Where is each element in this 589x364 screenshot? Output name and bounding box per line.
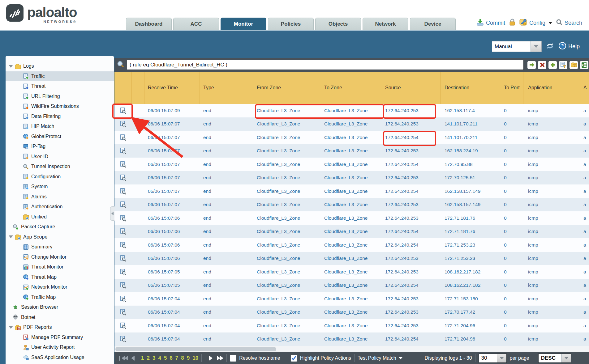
column-header-destination[interactable]: Destination xyxy=(441,72,499,104)
log-detail-icon[interactable] xyxy=(114,238,132,252)
cell-app[interactable]: icmp xyxy=(523,265,581,279)
column-header-to-port[interactable]: To Port xyxy=(499,72,523,104)
cell-source[interactable]: 172.64.240.253 xyxy=(380,117,441,131)
sidebar-item-wildfire-submissions[interactable]: WildFire Submissions xyxy=(6,101,114,112)
cell-dest[interactable]: 162.158.157.149 xyxy=(441,184,499,198)
cell-app[interactable]: icmp xyxy=(523,158,581,171)
cell-to[interactable]: Cloudflare_L3_Zone xyxy=(319,319,380,332)
sidebar-item-user-activity-report[interactable]: User Activity Report xyxy=(6,342,114,353)
page-link-2[interactable]: 2 xyxy=(147,355,149,361)
cell-source[interactable]: 172.64.240.253 xyxy=(380,292,441,306)
cell-to[interactable]: Cloudflare_L3_Zone xyxy=(319,225,380,239)
column-header-application[interactable]: Application xyxy=(523,72,581,104)
cell-dest[interactable]: 172.71.153.150 xyxy=(441,292,499,306)
cell-from[interactable]: Cloudflare_L3_Zone xyxy=(250,198,319,212)
apply-filter-icon[interactable] xyxy=(527,61,536,69)
log-detail-icon[interactable] xyxy=(114,131,132,144)
cell-type[interactable]: end xyxy=(200,252,250,265)
cell-type[interactable]: end xyxy=(200,117,250,131)
cell-type[interactable]: end xyxy=(200,292,250,306)
cell-time[interactable]: 06/06 15:07:06 xyxy=(144,238,200,252)
cell-to[interactable]: Cloudflare_L3_Zone xyxy=(319,292,380,306)
cell-type[interactable]: end xyxy=(200,144,250,158)
cell-action[interactable]: a xyxy=(581,211,589,225)
cell-dest[interactable]: 172.71.181.76 xyxy=(441,211,499,225)
cell-to[interactable]: Cloudflare_L3_Zone xyxy=(319,158,380,171)
cell-time[interactable]: 06/06 15:07:06 xyxy=(144,225,200,239)
cell-time[interactable]: 06/06 15:07:04 xyxy=(144,319,200,332)
page-link-6[interactable]: 6 xyxy=(170,355,172,361)
cell-dest[interactable]: 141.101.70.211 xyxy=(441,117,499,131)
page-link-9[interactable]: 9 xyxy=(187,355,190,361)
column-header-from-zone[interactable]: From Zone xyxy=(250,72,319,104)
page-link-4[interactable]: 4 xyxy=(158,355,161,361)
cell-dest[interactable]: 172.70.125.51 xyxy=(441,171,499,185)
page-link-5[interactable]: 5 xyxy=(164,355,167,361)
cell-dest[interactable]: 172.71.253.23 xyxy=(441,252,499,265)
cell-source[interactable]: 172.64.240.253 xyxy=(380,319,441,332)
cell-port[interactable]: 0 xyxy=(499,144,523,158)
column-header-spacer[interactable] xyxy=(132,72,144,104)
filter-input[interactable] xyxy=(127,60,524,70)
cell-app[interactable]: icmp xyxy=(523,117,581,131)
cell-action[interactable]: a xyxy=(581,104,589,117)
cell-from[interactable]: Cloudflare_L3_Zone xyxy=(250,238,319,252)
cell-source[interactable]: 172.64.240.254 xyxy=(380,279,441,292)
expander-triangle-icon[interactable] xyxy=(9,326,13,329)
cell-action[interactable]: a xyxy=(581,292,589,306)
page-link-1[interactable]: 1 xyxy=(141,355,144,361)
highlight-policy-checkbox-box[interactable] xyxy=(291,355,297,362)
cell-dest[interactable]: 162.158.117.4 xyxy=(441,104,499,117)
cell-time[interactable]: 06/06 15:07:04 xyxy=(144,292,200,306)
cell-time[interactable]: 06/06 15:07:05 xyxy=(144,279,200,292)
log-detail-icon[interactable] xyxy=(114,225,132,239)
cell-port[interactable]: 0 xyxy=(499,117,523,131)
sidebar-item-unified[interactable]: Unified xyxy=(6,212,114,222)
cell-action[interactable]: a xyxy=(581,144,589,158)
sidebar-item-network-monitor[interactable]: Network Monitor xyxy=(6,282,114,292)
cell-to[interactable]: Cloudflare_L3_Zone xyxy=(319,306,380,319)
cell-action[interactable]: a xyxy=(581,279,589,292)
sidebar-item-change-monitor[interactable]: Change Monitor xyxy=(6,252,114,262)
log-detail-icon[interactable] xyxy=(114,144,132,158)
cell-action[interactable]: a xyxy=(581,198,589,212)
cell-from[interactable]: Cloudflare_L3_Zone xyxy=(250,104,319,117)
cell-time[interactable]: 06/06 15:07:06 xyxy=(144,211,200,225)
sidebar-item-manage-pdf-summary[interactable]: AManage PDF Summary xyxy=(6,332,114,343)
cell-app[interactable]: icmp xyxy=(523,198,581,212)
cell-dest[interactable]: 172.71.181.76 xyxy=(441,225,499,239)
refresh-mode-dropdown-button[interactable] xyxy=(531,41,541,52)
cell-source[interactable]: 172.64.240.254 xyxy=(380,225,441,239)
cell-app[interactable]: icmp xyxy=(523,319,581,332)
cell-port[interactable]: 0 xyxy=(499,198,523,212)
sidebar-item-summary[interactable]: Summary xyxy=(6,242,114,252)
cell-action[interactable]: a xyxy=(581,332,589,346)
cell-time[interactable]: 06/06 15:07:07 xyxy=(144,198,200,212)
cell-source[interactable]: 172.64.240.254 xyxy=(380,131,441,144)
commit-button[interactable]: Commit xyxy=(476,19,505,28)
column-header-type[interactable]: Type xyxy=(200,72,250,104)
last-page-button[interactable] xyxy=(217,356,223,361)
sidebar-item-authentication[interactable]: Authentication xyxy=(6,202,114,212)
sidebar-item-session-browser[interactable]: Session Browser xyxy=(6,302,114,312)
cell-to[interactable]: Cloudflare_L3_Zone xyxy=(319,117,380,131)
log-detail-icon[interactable] xyxy=(114,158,132,171)
cell-source[interactable]: 172.64.240.253 xyxy=(380,265,441,279)
sidebar-item-app-scope[interactable]: App Scope xyxy=(6,232,114,242)
cell-from[interactable]: Cloudflare_L3_Zone xyxy=(250,225,319,239)
cell-type[interactable]: end xyxy=(200,158,250,171)
cell-type[interactable]: end xyxy=(200,184,250,198)
cell-type[interactable]: end xyxy=(200,319,250,332)
cell-from[interactable]: Cloudflare_L3_Zone xyxy=(250,265,319,279)
cell-dest[interactable]: 172.70.95.88 xyxy=(441,158,499,171)
cell-action[interactable]: a xyxy=(581,158,589,171)
cell-port[interactable]: 0 xyxy=(499,332,523,346)
refresh-mode-select[interactable]: Manual xyxy=(492,41,542,52)
cell-time[interactable]: 06/06 15:07:07 xyxy=(144,171,200,185)
cell-app[interactable]: icmp xyxy=(523,279,581,292)
cell-port[interactable]: 0 xyxy=(499,211,523,225)
filter-builder-icon[interactable] xyxy=(559,61,567,69)
cell-time[interactable]: 06/06 15:07:07 xyxy=(144,117,200,131)
cell-app[interactable]: icmp xyxy=(523,104,581,117)
sidebar-item-configuration[interactable]: Configuration xyxy=(6,172,114,182)
